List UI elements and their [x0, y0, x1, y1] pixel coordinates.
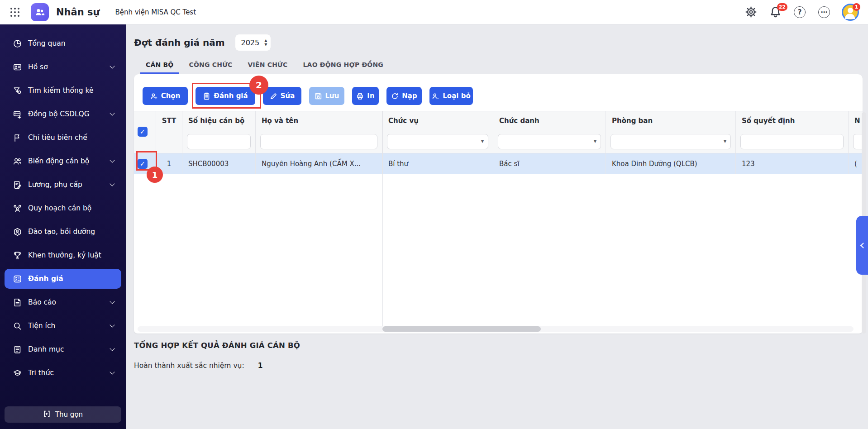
- tab-vien-chuc[interactable]: VIÊN CHỨC: [243, 56, 293, 74]
- report-icon: [13, 298, 22, 307]
- sidebar-item-label: Tri thức: [28, 369, 54, 377]
- print-button[interactable]: In: [352, 87, 379, 105]
- org-chart-icon: [13, 204, 22, 213]
- sidebar-item-tri-thuc[interactable]: Tri thức: [5, 363, 121, 383]
- topbar-actions: 22 ? ⋯ 1: [744, 4, 868, 21]
- chevron-down-icon: [110, 110, 114, 115]
- dropdown-caret-icon: ▾: [481, 138, 484, 144]
- sidebar-item-label: Đồng bộ CSDLQG: [28, 110, 90, 118]
- sidebar-item-label: Quy hoạch cán bộ: [28, 204, 91, 212]
- sidebar-item-luong-phu-cap[interactable]: Lương, phụ cấp: [5, 175, 121, 195]
- sidebar-item-dao-tao-boi-duong[interactable]: Đào tạo, bồi dưỡng: [5, 222, 121, 242]
- button-label: Lưu: [325, 92, 339, 100]
- column-header-ho-va-ten[interactable]: Họ và tên: [256, 111, 382, 130]
- cell-phong-ban: Khoa Dinh Dưỡng (QLCB): [606, 153, 736, 174]
- column-header-so-quyet-dinh[interactable]: Số quyết định: [736, 111, 849, 130]
- year-spinner[interactable]: 2025 ▲ ▼: [235, 34, 271, 51]
- sidebar-item-chi-tieu-bien-che[interactable]: Chỉ tiêu biên chế: [5, 128, 121, 148]
- sidebar-collapse-button[interactable]: Thu gọn: [5, 406, 121, 423]
- sidebar-item-bao-cao[interactable]: Báo cáo: [5, 292, 121, 312]
- table-row[interactable]: 1 SHCB00003 Nguyễn Hoàng Anh (CẤM X... B…: [134, 153, 863, 174]
- sidebar-item-label: Chỉ tiêu biên chế: [28, 133, 87, 142]
- sidebar-item-label: Đánh giá: [28, 275, 63, 283]
- topbar: Nhân sự Bệnh viện MISA QC Test 22 ? ⋯ 1: [0, 0, 868, 24]
- sidebar-item-danh-muc[interactable]: Danh mục: [5, 339, 121, 359]
- edit-button[interactable]: Sửa: [263, 87, 301, 105]
- user-hexagon-icon: [13, 227, 22, 236]
- sidebar-item-tim-kiem-thong-ke[interactable]: Tìm kiếm thống kê: [5, 81, 121, 100]
- sidebar-item-ho-so[interactable]: Hồ sơ: [5, 57, 121, 77]
- dropdown-caret-icon: ▾: [724, 138, 726, 144]
- help-icon[interactable]: ?: [793, 5, 806, 19]
- sidebar-item-dong-bo-csdlqg[interactable]: Đồng bộ CSDLQG: [5, 104, 121, 124]
- year-stepper[interactable]: ▲ ▼: [264, 39, 267, 47]
- column-header-chuc-vu[interactable]: Chức vụ: [382, 111, 493, 130]
- filter-select-chuc-vu[interactable]: ▾: [387, 134, 488, 149]
- button-label: Loại bỏ: [443, 92, 470, 100]
- stepper-up-icon[interactable]: ▲: [264, 39, 267, 43]
- sidebar-item-tien-ich[interactable]: Tiện ích: [5, 316, 121, 336]
- expand-panel-tab[interactable]: [856, 216, 868, 275]
- column-header-stt[interactable]: STT: [156, 111, 182, 130]
- app-grid-icon[interactable]: [7, 5, 23, 20]
- save-button[interactable]: Lưu: [309, 87, 344, 105]
- chevron-down-icon: [110, 157, 114, 162]
- notifications-bell-icon[interactable]: 22: [768, 5, 782, 19]
- select-all-checkbox[interactable]: ✓: [138, 127, 148, 137]
- chevron-down-icon: [110, 299, 114, 304]
- list-icon: [13, 345, 22, 354]
- chevron-down-icon: [110, 322, 114, 327]
- sidebar: Tổng quan Hồ sơ Tìm kiếm thống kê Đồng b…: [0, 24, 126, 429]
- year-value: 2025: [241, 38, 264, 47]
- horizontal-scrollbar-thumb[interactable]: [382, 326, 541, 332]
- sidebar-menu: Tổng quan Hồ sơ Tìm kiếm thống kê Đồng b…: [0, 24, 126, 383]
- cell-chuc-danh: Bác sĩ: [493, 153, 606, 174]
- tab-lao-dong-hop-dong[interactable]: LAO ĐỘNG HỢP ĐỒNG: [297, 56, 389, 74]
- filter-select-chuc-danh[interactable]: ▾: [498, 134, 601, 149]
- horizontal-scrollbar[interactable]: [138, 326, 854, 332]
- sidebar-item-danh-gia[interactable]: Đánh giá: [5, 269, 121, 289]
- button-label: In: [367, 92, 374, 100]
- document-pen-icon: [13, 180, 22, 189]
- row-checkbox[interactable]: ✓: [138, 159, 148, 169]
- tab-cong-chuc[interactable]: CÔNG CHỨC: [183, 56, 238, 74]
- sidebar-item-label: Tiện ích: [28, 322, 55, 330]
- summary-row: Hoàn thành xuất sắc nhiệm vụ: 1: [134, 362, 262, 370]
- user-avatar[interactable]: 1: [842, 4, 859, 21]
- sidebar-item-khen-thuong-ky-luat[interactable]: Khen thưởng, kỷ luật: [5, 245, 121, 265]
- sidebar-item-quy-hoach-can-bo[interactable]: Quy hoạch cán bộ: [5, 198, 121, 218]
- app-window: Nhân sự Bệnh viện MISA QC Test 22 ? ⋯ 1: [0, 0, 868, 429]
- sidebar-item-bien-dong-can-bo[interactable]: Biến động cán bộ: [5, 151, 121, 171]
- column-header-so-hieu-can-bo[interactable]: Số hiệu cán bộ: [182, 111, 256, 130]
- remove-button[interactable]: Loại bỏ: [429, 87, 473, 105]
- select-button[interactable]: Chọn: [143, 87, 188, 105]
- evaluation-card: Chọn Đánh giá Sửa Lưu In: [134, 74, 863, 334]
- tab-can-bo[interactable]: CÁN BỘ: [140, 56, 179, 74]
- employee-type-tabs: CÁN BỘ CÔNG CHỨC VIÊN CHỨC LAO ĐỘNG HỢP …: [140, 56, 389, 74]
- sidebar-item-label: Khen thưởng, kỷ luật: [28, 251, 101, 259]
- app-title: Nhân sự: [56, 7, 100, 18]
- users-icon: [13, 157, 22, 166]
- filter-select-phong-ban[interactable]: ▾: [610, 134, 731, 149]
- evaluate-button[interactable]: Đánh giá: [196, 87, 255, 105]
- column-header-clipped[interactable]: N: [849, 111, 863, 130]
- reload-button[interactable]: Nạp: [386, 87, 422, 105]
- settings-gear-icon[interactable]: [744, 5, 758, 19]
- pie-chart-icon: [13, 39, 22, 48]
- filter-input-clipped[interactable]: [853, 134, 863, 149]
- more-options-icon[interactable]: ⋯: [817, 5, 831, 19]
- filter-input-ho-va-ten[interactable]: [260, 134, 377, 149]
- frozen-column-divider: [382, 111, 383, 331]
- filter-input-so-hieu-can-bo[interactable]: [187, 134, 251, 149]
- filter-input-so-quyet-dinh[interactable]: [740, 134, 844, 149]
- column-header-phong-ban[interactable]: Phòng ban: [606, 111, 736, 130]
- sidebar-item-tong-quan[interactable]: Tổng quan: [5, 33, 121, 53]
- cell-so-quyet-dinh: 123: [736, 153, 849, 174]
- column-header-chuc-danh[interactable]: Chức danh: [493, 111, 606, 130]
- stepper-down-icon[interactable]: ▼: [264, 43, 267, 47]
- summary-title: TỔNG HỢP KẾT QUẢ ĐÁNH GIÁ CÁN BỘ: [134, 341, 300, 350]
- sidebar-item-label: Hồ sơ: [28, 63, 48, 71]
- cell-chuc-vu: Bí thư: [382, 153, 493, 174]
- sidebar-item-label: Tổng quan: [28, 39, 66, 48]
- sidebar-item-label: Danh mục: [28, 345, 64, 353]
